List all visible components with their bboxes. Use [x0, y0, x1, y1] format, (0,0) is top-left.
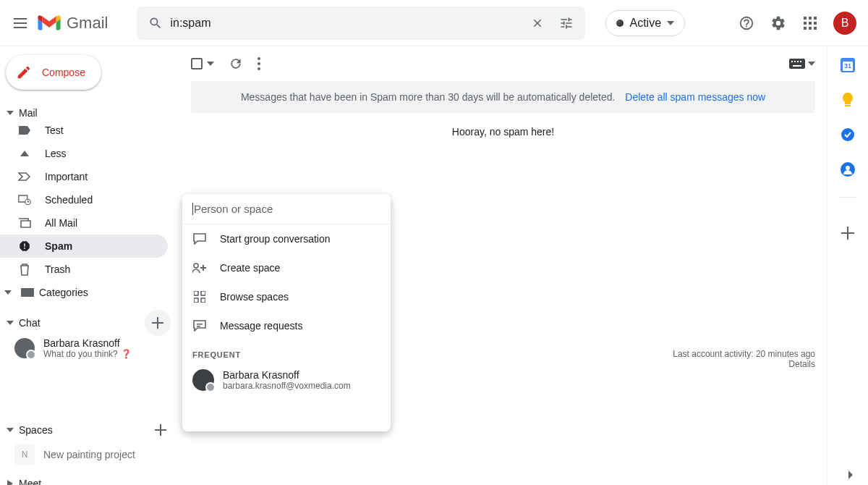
browse-spaces[interactable]: Browse spaces	[182, 282, 391, 311]
close-icon	[531, 17, 544, 30]
create-space[interactable]: Create space	[182, 253, 391, 282]
svg-point-15	[194, 263, 198, 268]
sidebar-item-label: Less	[45, 148, 67, 159]
compose-button[interactable]: Compose	[6, 55, 101, 90]
svg-rect-9	[800, 61, 801, 62]
chat-section-header[interactable]: Chat	[0, 311, 179, 334]
allmail-icon	[17, 218, 32, 228]
apps-button[interactable]	[796, 9, 825, 38]
frequent-contact[interactable]: Barbara Krasnoff barbara.krasnoff@voxmed…	[182, 365, 391, 395]
tasks-addon[interactable]	[841, 127, 855, 142]
new-chat-popup: Person or space Start group conversation…	[182, 194, 391, 431]
new-chat-button[interactable]	[145, 310, 171, 336]
sidebar-item-label: Spam	[45, 240, 72, 252]
contacts-addon[interactable]	[841, 162, 855, 177]
chat-preview-text: What do you think?	[43, 349, 118, 359]
svg-point-3	[258, 62, 260, 65]
space-item[interactable]: N New painting project	[0, 442, 179, 468]
sidebar-item-categories[interactable]: Categories	[0, 281, 168, 304]
sidebar-item-label: Categories	[39, 287, 88, 298]
clear-search-button[interactable]	[523, 9, 552, 38]
status-dot-icon	[616, 20, 624, 27]
start-group-conversation[interactable]: Start group conversation	[182, 224, 391, 253]
spaces-section-label: Spaces	[19, 424, 53, 436]
browse-spaces-icon	[192, 291, 207, 303]
svg-point-14	[846, 166, 850, 170]
popup-item-label: Create space	[220, 262, 280, 274]
account-avatar[interactable]: B	[833, 12, 856, 35]
checkbox-icon	[191, 58, 203, 69]
keep-icon	[841, 93, 854, 107]
sidebar-item-scheduled[interactable]: Scheduled	[0, 188, 168, 211]
svg-point-12	[841, 128, 854, 141]
create-space-icon	[192, 263, 207, 273]
sidebar-item-label: All Mail	[45, 217, 77, 229]
more-button[interactable]	[258, 49, 260, 78]
contact-name: Barbara Krasnoff	[223, 369, 351, 381]
spaces-section-header[interactable]: Spaces	[0, 418, 179, 442]
chat-conversation[interactable]: Barbara Krasnoff What do you think? ❓	[0, 334, 179, 362]
search-icon[interactable]	[141, 9, 170, 38]
search-options-button[interactable]	[552, 9, 581, 38]
meet-section-header[interactable]: Meet	[0, 472, 179, 485]
sidebar-item-test[interactable]: Test	[0, 119, 168, 142]
frequent-label: FREQUENT	[182, 340, 391, 365]
sidebar-item-label: Trash	[45, 263, 70, 275]
popup-item-label: Start group conversation	[220, 233, 331, 245]
svg-rect-5	[789, 59, 805, 69]
settings-button[interactable]	[764, 9, 793, 38]
search-box[interactable]	[137, 7, 585, 40]
sidebar-item-allmail[interactable]: All Mail	[0, 211, 168, 235]
caret-down-icon	[667, 21, 674, 25]
chat-contact-name: Barbara Krasnoff	[43, 337, 132, 349]
pencil-icon	[16, 64, 32, 80]
support-button[interactable]	[732, 9, 761, 38]
activity-text: Last account activity: 20 minutes ago	[673, 349, 815, 359]
gmail-logo[interactable]: Gmail	[35, 14, 129, 33]
caret-down-icon	[4, 290, 12, 295]
refresh-button[interactable]	[229, 49, 243, 78]
search-input[interactable]	[170, 17, 523, 30]
group-chat-icon	[192, 233, 207, 245]
keyboard-icon	[789, 59, 805, 69]
space-name: New painting project	[43, 449, 135, 460]
sidebar-item-spam[interactable]: Spam	[0, 235, 168, 258]
spam-icon	[17, 240, 32, 253]
compose-label: Compose	[42, 67, 85, 78]
calendar-addon[interactable]: 31	[841, 58, 855, 72]
status-chip[interactable]: Active	[605, 10, 685, 36]
caret-right-icon	[7, 480, 13, 485]
gmail-logo-icon	[38, 14, 61, 32]
sidebar-item-label: Important	[45, 171, 88, 182]
banner-text: Messages that have been in Spam more tha…	[241, 91, 616, 103]
input-tools-button[interactable]	[789, 59, 815, 69]
sidebar-item-trash[interactable]: Trash	[0, 258, 168, 281]
popup-item-label: Browse spaces	[220, 291, 289, 303]
new-space-button[interactable]	[150, 420, 171, 440]
hide-side-panel-button[interactable]	[846, 471, 855, 479]
gear-icon	[770, 15, 786, 31]
trash-icon	[17, 263, 32, 276]
sidebar-item-less[interactable]: Less	[0, 142, 168, 165]
main-menu-button[interactable]	[6, 9, 35, 38]
chevron-up-icon	[17, 151, 32, 156]
tune-icon	[559, 16, 574, 30]
message-requests[interactable]: Message requests	[182, 311, 391, 340]
empty-state-message: Hooray, no spam here!	[179, 113, 827, 156]
keep-addon[interactable]	[841, 93, 854, 107]
caret-down-icon	[7, 428, 14, 432]
mail-section-label: Mail	[19, 107, 38, 119]
plus-icon	[841, 227, 854, 240]
select-all-checkbox[interactable]	[191, 58, 214, 69]
help-icon	[739, 15, 754, 31]
get-addons-button[interactable]	[841, 227, 854, 240]
svg-point-2	[258, 57, 260, 60]
status-label: Active	[629, 17, 661, 30]
details-link[interactable]: Details	[788, 359, 815, 369]
caret-down-icon	[7, 111, 14, 115]
popup-search-input[interactable]: Person or space	[182, 194, 391, 224]
delete-all-spam-link[interactable]: Delete all spam messages now	[625, 91, 765, 103]
svg-rect-11	[845, 105, 851, 106]
svg-rect-19	[201, 298, 205, 303]
sidebar-item-important[interactable]: Important	[0, 165, 168, 188]
